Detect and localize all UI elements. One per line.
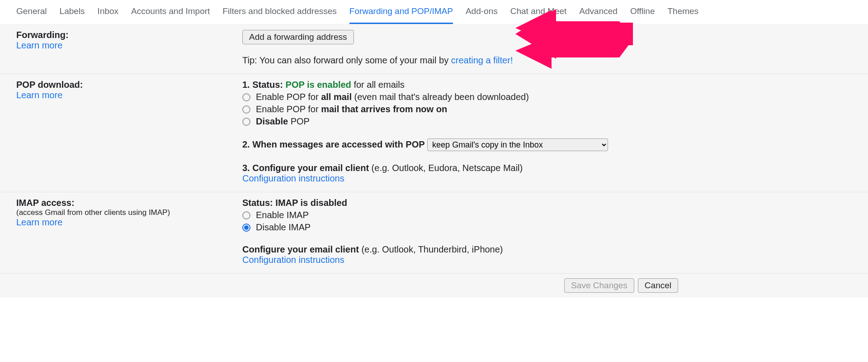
section-forwarding: Forwarding: Learn more Add a forwarding …	[0, 24, 868, 74]
cancel-button[interactable]: Cancel	[638, 278, 678, 293]
radio-icon[interactable]	[242, 224, 250, 232]
imap-option-enable[interactable]: Enable IMAP	[242, 210, 852, 220]
pop-option-label: Disable POP	[256, 116, 310, 127]
imap-config-suffix: (e.g. Outlook, Thunderbird, iPhone)	[359, 244, 503, 254]
add-forwarding-address-button[interactable]: Add a forwarding address	[242, 30, 354, 44]
tab-general[interactable]: General	[16, 6, 47, 24]
tab-chat[interactable]: Chat and Meet	[510, 6, 567, 24]
pop-opt3-bold: Disable	[256, 116, 288, 126]
forwarding-tip: Tip: You can also forward only some of y…	[242, 55, 852, 66]
pop-opt1-suffix: (even mail that's already been downloade…	[352, 92, 529, 102]
pop-status-prefix: 1. Status:	[242, 80, 286, 90]
pop-status-line: 1. Status: POP is enabled for all emails	[242, 80, 852, 90]
creating-filter-link[interactable]: creating a filter!	[451, 55, 513, 65]
pop-opt1-prefix: Enable POP for	[256, 92, 321, 102]
pop-learn-more-link[interactable]: Learn more	[16, 90, 242, 100]
imap-heading: IMAP access:	[16, 198, 242, 208]
imap-configuration-instructions-link[interactable]: Configuration instructions	[242, 255, 852, 265]
save-changes-button[interactable]: Save Changes	[564, 278, 634, 293]
tab-offline[interactable]: Offline	[630, 6, 655, 24]
pop-step2: 2. When messages are accessed with POP k…	[242, 138, 852, 151]
imap-configure: Configure your email client (e.g. Outloo…	[242, 244, 852, 265]
pop-status-enabled: POP is enabled	[286, 80, 351, 90]
settings-content: Forwarding: Learn more Add a forwarding …	[0, 24, 868, 297]
tab-themes[interactable]: Themes	[667, 6, 698, 24]
pop-heading: POP download:	[16, 80, 242, 90]
pop-option-all-mail[interactable]: Enable POP for all mail (even mail that'…	[242, 92, 852, 102]
pop-step3: 3. Configure your email client (e.g. Out…	[242, 163, 852, 184]
pop-opt2-prefix: Enable POP for	[256, 104, 321, 114]
imap-config-bold: Configure your email client	[242, 244, 359, 254]
pop-option-label: Enable POP for all mail (even mail that'…	[256, 92, 529, 102]
section-imap-access: IMAP access: (access Gmail from other cl…	[0, 192, 868, 274]
pop-access-action-select[interactable]: keep Gmail's copy in the Inbox	[427, 138, 608, 151]
tab-forwarding-pop-imap[interactable]: Forwarding and POP/IMAP	[349, 6, 453, 24]
radio-icon[interactable]	[242, 118, 250, 126]
tab-labels[interactable]: Labels	[60, 6, 85, 24]
section-pop-download: POP download: Learn more 1. Status: POP …	[0, 74, 868, 192]
pop-option-label: Enable POP for mail that arrives from no…	[256, 104, 447, 114]
pop-status-suffix: for all emails	[351, 80, 405, 90]
tab-accounts[interactable]: Accounts and Import	[131, 6, 210, 24]
pop-step3-suffix: (e.g. Outlook, Eudora, Netscape Mail)	[369, 163, 523, 173]
radio-icon[interactable]	[242, 93, 250, 101]
imap-option-label: Enable IMAP	[256, 210, 309, 220]
imap-option-label: Disable IMAP	[256, 222, 311, 233]
pop-step2-label: 2. When messages are accessed with POP	[242, 139, 425, 149]
pop-option-from-now-on[interactable]: Enable POP for mail that arrives from no…	[242, 104, 852, 114]
imap-status-line: Status: IMAP is disabled	[242, 198, 852, 208]
forwarding-tip-text: Tip: You can also forward only some of y…	[242, 55, 451, 65]
pop-step3-bold: 3. Configure your email client	[242, 163, 369, 173]
radio-icon[interactable]	[242, 211, 250, 219]
pop-opt1-bold: all mail	[321, 92, 352, 102]
pop-opt3-suffix: POP	[288, 116, 310, 126]
footer-actions: Save Changes Cancel	[0, 274, 868, 297]
forwarding-heading: Forwarding:	[16, 30, 242, 40]
forwarding-learn-more-link[interactable]: Learn more	[16, 40, 242, 51]
imap-option-disable[interactable]: Disable IMAP	[242, 222, 852, 233]
tab-addons[interactable]: Add-ons	[466, 6, 498, 24]
tab-filters[interactable]: Filters and blocked addresses	[222, 6, 336, 24]
pop-configuration-instructions-link[interactable]: Configuration instructions	[242, 173, 852, 184]
imap-subtext: (access Gmail from other clients using I…	[16, 208, 242, 217]
pop-option-disable[interactable]: Disable POP	[242, 116, 852, 127]
tab-inbox[interactable]: Inbox	[98, 6, 118, 24]
tab-advanced[interactable]: Advanced	[579, 6, 618, 24]
radio-icon[interactable]	[242, 105, 250, 114]
pop-opt2-bold: mail that arrives from now on	[321, 104, 447, 114]
imap-learn-more-link[interactable]: Learn more	[16, 217, 242, 228]
settings-tabs: General Labels Inbox Accounts and Import…	[0, 0, 868, 24]
